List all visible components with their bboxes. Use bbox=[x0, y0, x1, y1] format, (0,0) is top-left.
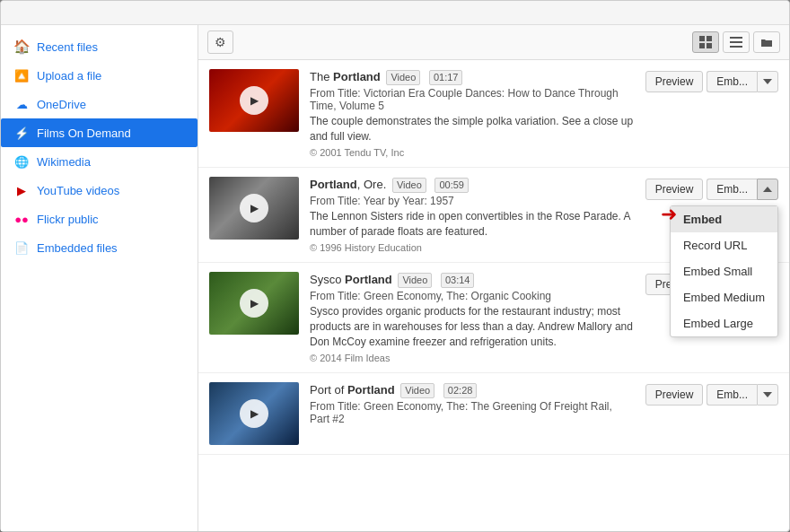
title-prefix: Sysco bbox=[310, 273, 345, 286]
file-picker-dialog: 🏠Recent files🔼Upload a file☁OneDrive⚡Fil… bbox=[0, 0, 790, 532]
sidebar-icon-upload-file: 🔼 bbox=[13, 67, 30, 83]
thumbnail-0: ▶ bbox=[209, 69, 299, 132]
red-arrow-indicator: ➜ bbox=[661, 203, 677, 226]
close-button[interactable] bbox=[764, 12, 775, 15]
dropdown-item-embed-medium[interactable]: Embed Medium bbox=[671, 284, 777, 310]
result-copyright: © 2001 Tendu TV, Inc bbox=[310, 147, 635, 158]
thumbnail-1: ▶ bbox=[209, 177, 299, 240]
sidebar-icon-wikimedia: 🌐 bbox=[13, 153, 30, 170]
folder-icon bbox=[760, 36, 773, 48]
list-view-button[interactable] bbox=[723, 31, 750, 53]
result-subtitle: From Title: Year by Year: 1957 bbox=[310, 195, 635, 207]
duration-badge: 00:59 bbox=[434, 178, 469, 193]
title-prefix: The bbox=[310, 70, 333, 83]
sidebar-item-wikimedia[interactable]: 🌐Wikimedia bbox=[1, 147, 198, 176]
result-description: The couple demonstrates the simple polka… bbox=[310, 114, 635, 144]
embed-btn-group-1: Emb... bbox=[707, 179, 778, 200]
title-bold: Portland bbox=[310, 178, 357, 191]
embed-dropdown-menu: EmbedRecord URLEmbed SmallEmbed MediumEm… bbox=[670, 205, 778, 337]
result-item-1: ▶ Portland, Ore. Video 00:59 From Title:… bbox=[198, 168, 789, 263]
dropdown-item-record-url[interactable]: Record URL bbox=[671, 232, 777, 258]
title-prefix: Port of bbox=[310, 383, 347, 397]
result-actions-1: Preview Emb... bbox=[645, 177, 778, 200]
sidebar-item-youtube-videos[interactable]: ▶YouTube videos bbox=[1, 176, 198, 205]
sidebar-item-films-on-demand[interactable]: ⚡Films On Demand bbox=[1, 118, 198, 147]
result-description: The Lennon Sisters ride in open converti… bbox=[310, 209, 635, 240]
embed-btn-group-3: Emb... bbox=[707, 384, 778, 406]
grid-view-button[interactable] bbox=[692, 31, 719, 53]
result-subtitle: From Title: Victorian Era Couple Dances:… bbox=[310, 87, 635, 112]
embed-main-button-3[interactable]: Emb... bbox=[707, 384, 757, 406]
sidebar-icon-youtube-videos: ▶ bbox=[13, 182, 30, 198]
result-description: Sysco provides organic products for the … bbox=[310, 304, 635, 349]
result-actions-0: Preview Emb... bbox=[645, 69, 778, 92]
embed-arrow-button-3[interactable] bbox=[757, 384, 778, 406]
result-info-0: The Portland Video 01:17 From Title: Vic… bbox=[310, 69, 635, 158]
title-bold: Portland bbox=[345, 273, 392, 286]
arrow-down-icon bbox=[763, 79, 772, 84]
folder-view-button[interactable] bbox=[753, 31, 780, 53]
sidebar-label-upload-file: Upload a file bbox=[37, 69, 101, 83]
sidebar-icon-onedrive: ☁ bbox=[13, 96, 30, 112]
result-title-3: Port of Portland Video 02:28 bbox=[310, 382, 635, 398]
toolbar-right bbox=[692, 31, 780, 53]
play-button-1[interactable]: ▶ bbox=[240, 194, 268, 222]
sidebar-item-embedded-files[interactable]: 📄Embedded files bbox=[1, 233, 198, 262]
duration-badge: 01:17 bbox=[429, 70, 463, 85]
result-info-1: Portland, Ore. Video 00:59 From Title: Y… bbox=[310, 177, 635, 253]
duration-badge: 02:28 bbox=[443, 383, 478, 398]
sidebar-label-embedded-files: Embedded files bbox=[37, 241, 118, 255]
title-suffix: , Ore. bbox=[357, 178, 387, 191]
title-bold: Portland bbox=[333, 70, 381, 83]
play-button-2[interactable]: ▶ bbox=[240, 289, 268, 318]
type-badge: Video bbox=[392, 178, 426, 193]
svg-rect-3 bbox=[707, 43, 712, 48]
sidebar-label-wikimedia: Wikimedia bbox=[37, 155, 91, 169]
preview-button-1[interactable]: Preview bbox=[645, 179, 704, 200]
play-button-3[interactable]: ▶ bbox=[240, 399, 268, 428]
embed-arrow-button-0[interactable] bbox=[757, 71, 778, 92]
dropdown-item-embed-small[interactable]: Embed Small bbox=[671, 258, 777, 284]
sidebar: 🏠Recent files🔼Upload a file☁OneDrive⚡Fil… bbox=[1, 25, 198, 531]
sidebar-label-flickr-public: Flickr public bbox=[37, 213, 99, 226]
sidebar-item-onedrive[interactable]: ☁OneDrive bbox=[1, 90, 198, 118]
sidebar-icon-films-on-demand: ⚡ bbox=[13, 125, 30, 141]
result-info-3: Port of Portland Video 02:28 From Title:… bbox=[310, 382, 635, 427]
svg-rect-6 bbox=[730, 46, 742, 48]
arrow-down-icon bbox=[763, 392, 772, 397]
dropdown-item-embed[interactable]: Embed bbox=[671, 206, 777, 232]
svg-rect-1 bbox=[707, 36, 712, 41]
sidebar-icon-embedded-files: 📄 bbox=[13, 240, 30, 256]
result-title-0: The Portland Video 01:17 bbox=[310, 69, 635, 85]
svg-rect-5 bbox=[730, 41, 742, 43]
toolbar: ⚙ bbox=[198, 25, 789, 60]
preview-button-3[interactable]: Preview bbox=[645, 384, 704, 406]
sidebar-label-onedrive: OneDrive bbox=[37, 98, 86, 111]
embed-main-button-0[interactable]: Emb... bbox=[707, 71, 757, 92]
sidebar-item-flickr-public[interactable]: ●●Flickr public bbox=[1, 205, 198, 233]
sidebar-label-recent-files: Recent files bbox=[37, 40, 98, 54]
result-copyright: © 1996 History Education bbox=[310, 242, 635, 253]
type-badge: Video bbox=[398, 273, 432, 288]
result-title-1: Portland, Ore. Video 00:59 bbox=[310, 177, 635, 193]
embed-arrow-button-1[interactable] bbox=[757, 179, 778, 200]
play-button-0[interactable]: ▶ bbox=[240, 86, 268, 115]
thumbnail-3: ▶ bbox=[209, 382, 299, 445]
embed-main-button-1[interactable]: Emb... bbox=[707, 179, 757, 200]
svg-rect-2 bbox=[699, 43, 705, 48]
sidebar-item-recent-files[interactable]: 🏠Recent files bbox=[1, 32, 198, 61]
sidebar-item-upload-file[interactable]: 🔼Upload a file bbox=[1, 61, 198, 90]
result-subtitle: From Title: Green Economy, The: The Gree… bbox=[310, 400, 635, 425]
svg-rect-4 bbox=[730, 37, 742, 39]
sidebar-label-films-on-demand: Films On Demand bbox=[37, 126, 131, 140]
dialog-header bbox=[1, 1, 789, 25]
sidebar-icon-flickr-public: ●● bbox=[13, 211, 30, 227]
main-content: ⚙ bbox=[198, 25, 789, 531]
arrow-up-icon bbox=[763, 187, 772, 192]
result-info-2: Sysco Portland Video 03:14 From Title: G… bbox=[310, 272, 635, 363]
dropdown-item-embed-large[interactable]: Embed Large bbox=[671, 310, 777, 336]
thumbnail-2: ▶ bbox=[209, 272, 299, 335]
settings-button[interactable]: ⚙ bbox=[207, 31, 233, 54]
preview-button-0[interactable]: Preview bbox=[645, 71, 704, 92]
toolbar-left: ⚙ bbox=[207, 31, 233, 54]
